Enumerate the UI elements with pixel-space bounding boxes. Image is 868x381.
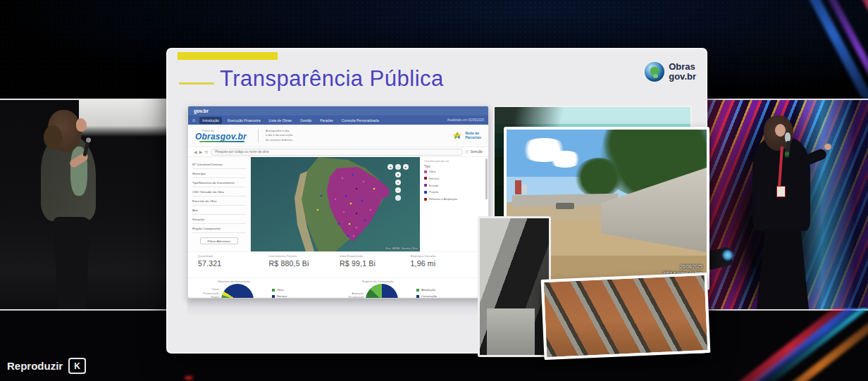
legend-item[interactable]: Projeto xyxy=(424,190,485,194)
presenter-left xyxy=(37,110,121,309)
light-streaks-bottom-right xyxy=(685,308,868,381)
stat-label: Empregos Gerados xyxy=(411,254,482,258)
nav-item[interactable]: Paradas xyxy=(317,117,336,124)
portal-screenshot: gov.br ⌂ IntroduçãoExecução FinanceiraLi… xyxy=(187,106,489,299)
filter-item[interactable]: Município xyxy=(192,169,246,178)
slide-title: Transparência Pública xyxy=(220,66,444,92)
portal-brand: Painel de Obrasgov.br xyxy=(195,130,247,142)
map-panel[interactable]: ◂ ⌂ ▸ ▾ + − ⛶ Esri, HERE, Garmin | Esri xyxy=(251,157,420,251)
player-overlay[interactable]: Reproduzir K xyxy=(7,358,86,374)
legend-item-label: Obra xyxy=(429,170,435,173)
obrasgovbr-logo: Obras gov.br xyxy=(645,62,696,82)
presentation-slide: Transparência Pública Obras gov.br gov.b… xyxy=(166,48,707,354)
stage-light-glow xyxy=(185,376,193,380)
legend-group-label: Tipo xyxy=(424,165,485,168)
legend-item-label: Serviço xyxy=(429,177,439,180)
logo-line2: gov.br xyxy=(669,72,696,82)
filter-item[interactable]: Ano xyxy=(192,206,246,215)
stat: Investimento PrevistoR$ 880,5 Bi xyxy=(269,254,340,277)
fullscreen-button[interactable]: ⛶ xyxy=(395,195,401,201)
shortcut-key-badge: K xyxy=(68,358,86,374)
nav-item[interactable]: Gestão xyxy=(297,117,314,124)
scrollbar[interactable] xyxy=(485,158,488,199)
nav-item[interactable]: Consulta Personalizada xyxy=(339,117,382,124)
partner-line2: Parcerias xyxy=(465,136,481,140)
rede-parcerias-logo: Rede de Parcerias xyxy=(452,131,481,141)
pan-left-button[interactable]: ◂ xyxy=(388,164,393,170)
portal-body: Nº Convênio/ContratoMunicípioTipo/Nature… xyxy=(188,157,488,251)
half-donut-chart xyxy=(366,284,398,299)
selection-label[interactable]: Seleção xyxy=(471,150,483,154)
legend-color-dot xyxy=(424,170,427,173)
chart-legend-label: Obra xyxy=(277,288,284,292)
chart-legend-dot xyxy=(416,289,419,292)
more-filters-button[interactable]: Filtros Adicionais xyxy=(200,237,238,244)
pan-down-button[interactable]: ▾ xyxy=(395,172,401,177)
filter-item[interactable]: Tipo/Natureza do Investimento xyxy=(192,178,246,187)
stat-value: 1,96 mi xyxy=(411,259,482,268)
refresh-icon[interactable]: ⟲ xyxy=(204,149,208,154)
legend-color-dot xyxy=(424,198,427,201)
brand-name: Obrasgov.br xyxy=(195,132,247,141)
nav-item[interactable]: Introdução xyxy=(199,117,222,124)
filter-item[interactable]: Situação xyxy=(192,215,246,224)
microphone-icon xyxy=(785,132,790,142)
stage-right xyxy=(705,99,868,311)
play-label[interactable]: Reproduzir xyxy=(7,360,63,372)
chart-legend-dot xyxy=(272,295,275,298)
stat: Valor EmpenhadoR$ 99,1 Bi xyxy=(340,254,411,277)
chart-title: Espécie da Contratação xyxy=(362,280,483,283)
govbr-brand: gov.br xyxy=(194,108,209,113)
chart-legend-item: Ampliação xyxy=(416,288,437,292)
legend-item[interactable]: Estudo xyxy=(424,184,485,187)
home-icon[interactable]: ⌂ xyxy=(192,118,195,123)
map-controls: ◂ ⌂ ▸ ▾ + − ⛶ xyxy=(388,164,409,201)
tagline-line: de serviços federais xyxy=(266,138,292,142)
globe-icon xyxy=(645,62,664,82)
legend-items: ObraServiçoEstudoProjetoReforma e Amplia… xyxy=(424,170,485,201)
portal-brand-row: Painel de Obrasgov.br Acompanhe o diaa d… xyxy=(188,125,488,147)
filter-item[interactable]: Região Componente xyxy=(192,224,246,233)
map-attribution: Esri, HERE, Garmin | Esri xyxy=(385,246,418,250)
chart-legend: ObraServiço xyxy=(272,288,287,299)
legend-color-dot xyxy=(424,177,427,180)
legend-item-label: Reforma e Ampliação xyxy=(429,197,457,201)
filter-item[interactable]: Nº Convênio/Contrato xyxy=(192,160,246,169)
portal-reflection xyxy=(187,298,488,316)
logo-line1: Obras xyxy=(669,62,696,72)
portal-navbar: ⌂ IntroduçãoExecução FinanceiraLista de … xyxy=(188,115,488,125)
legend-item[interactable]: Reforma e Ampliação xyxy=(424,197,485,201)
zoom-out-button[interactable]: − xyxy=(395,187,401,193)
export-icon[interactable]: ⎙ xyxy=(466,150,469,154)
forward-icon[interactable]: ▶ xyxy=(199,149,203,154)
zoom-in-button[interactable]: + xyxy=(395,180,401,185)
govbr-topbar: gov.br xyxy=(188,106,488,115)
portal-search-input[interactable] xyxy=(211,149,463,156)
nav-item[interactable]: Lista de Obras xyxy=(266,117,295,124)
chart-body: OutrosPavimentaçãoProjetoObraServiço xyxy=(194,284,338,299)
chart-title: Natureza da Intervenção xyxy=(218,280,338,283)
slide-accent-bar xyxy=(178,52,278,60)
slide-accent-dash xyxy=(179,82,214,85)
stage-left xyxy=(0,99,167,311)
divider xyxy=(258,129,259,143)
badge xyxy=(776,186,786,197)
chart-callouts: OutrosPavimentaçãoProjeto xyxy=(194,288,221,299)
stat-label: Quantidade xyxy=(198,254,269,258)
nav-items: IntroduçãoExecução FinanceiraLista de Ob… xyxy=(199,117,381,124)
photo-caption-line: 26/08/2025 xyxy=(663,263,702,270)
pan-right-button[interactable]: ▸ xyxy=(403,164,409,170)
stat-value: R$ 880,5 Bi xyxy=(269,259,340,268)
map-home-button[interactable]: ⌂ xyxy=(395,164,401,170)
photo-concrete-structure xyxy=(478,216,551,357)
legend-item[interactable]: Serviço xyxy=(424,177,485,180)
nav-item[interactable]: Execução Financeira xyxy=(225,117,264,124)
star-icon xyxy=(452,131,462,141)
filter-item[interactable]: CNO Tomador da Obra xyxy=(192,187,246,196)
chart-legend: AmpliaçãoConstrução xyxy=(416,288,437,299)
half-donut-chart xyxy=(221,284,254,299)
legend-item[interactable]: Obra xyxy=(424,170,485,173)
presenter-right xyxy=(745,115,830,309)
back-icon[interactable]: ◀ xyxy=(194,149,197,154)
filter-item[interactable]: Executor da Obra xyxy=(192,196,246,206)
